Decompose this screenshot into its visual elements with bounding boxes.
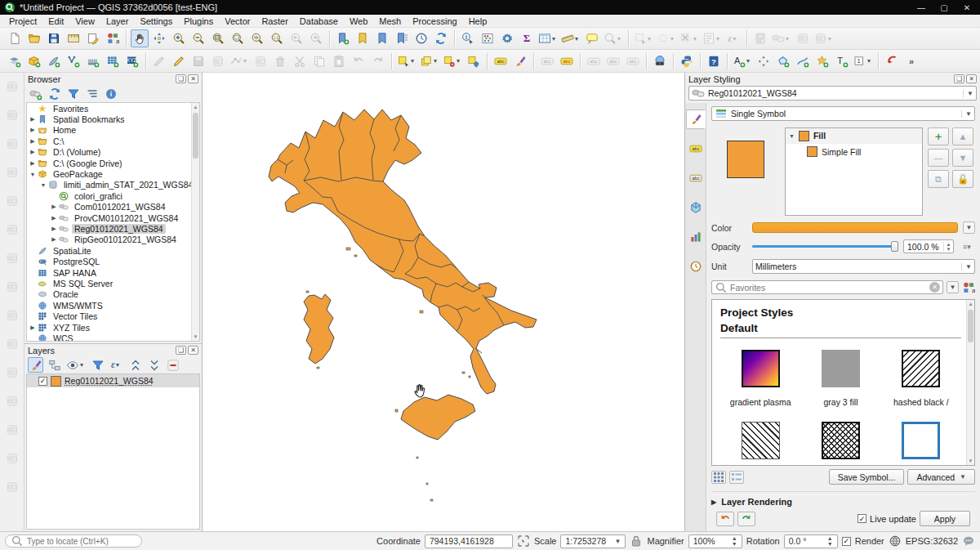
layer-rendering-section[interactable]: ▶ Layer Rendering: [711, 491, 975, 507]
zoom-to-selection-icon[interactable]: [229, 29, 247, 47]
browser-item-wms-wmts[interactable]: WMS/WMTS: [27, 300, 199, 311]
browser-item-spatial-bookmarks[interactable]: ▶Spatial Bookmarks: [27, 114, 199, 124]
browser-item-provcm01012021-wgs84[interactable]: ▶ProvCM01012021_WGS84: [27, 212, 199, 223]
maximize-icon[interactable]: ▢: [933, 0, 956, 15]
open-styling-panel-icon[interactable]: [28, 357, 43, 373]
add-wms-icon[interactable]: [104, 52, 122, 70]
text2-annotation-icon[interactable]: T: [833, 52, 851, 70]
zoom-native-icon[interactable]: 1:1: [268, 29, 286, 47]
new-spatial-bookmark-icon[interactable]: [334, 29, 352, 47]
advanced-button[interactable]: Advanced▼: [907, 469, 975, 485]
browser-item-oracle[interactable]: Oracle: [27, 289, 199, 300]
python-console-icon[interactable]: [678, 52, 696, 70]
zoom-full-icon[interactable]: [209, 29, 227, 47]
expander-icon[interactable]: ▶: [29, 127, 37, 133]
filter-browser-icon[interactable]: [65, 86, 81, 101]
remove-symbol-layer-button[interactable]: —: [928, 149, 949, 167]
close-panel-icon[interactable]: ✕: [188, 74, 198, 83]
overflow-icon[interactable]: »: [902, 52, 920, 70]
style-swatch-gray-3-fill[interactable]: gray 3 fill: [800, 350, 880, 407]
styles-scrollbar[interactable]: ▲▼: [966, 300, 974, 465]
menu-settings[interactable]: Settings: [134, 16, 178, 27]
menu-layer[interactable]: Layer: [100, 16, 135, 27]
new-bookmark-icon[interactable]: [373, 29, 391, 47]
browser-item-limiti-admin-stat-2021-wgs84-gpkg[interactable]: ▼limiti_admin_STAT_2021_WGS84.gpkg: [27, 180, 199, 190]
minimize-icon[interactable]: —: [910, 0, 933, 15]
menu-plugins[interactable]: Plugins: [178, 16, 219, 27]
add-xyz-icon[interactable]: XYZ: [123, 52, 141, 70]
close-panel-icon[interactable]: ✕: [188, 346, 198, 355]
menu-raster[interactable]: Raster: [256, 16, 293, 27]
expander-icon[interactable]: ▶: [29, 149, 37, 155]
save-symbol-button[interactable]: Save Symbol...: [829, 469, 905, 485]
close-icon[interactable]: ✕: [956, 0, 978, 15]
opacity-spinbox[interactable]: 100.0 %▲▼: [903, 239, 954, 253]
expander-icon[interactable]: ▼: [39, 182, 47, 188]
crs-value[interactable]: EPSG:32632: [906, 536, 958, 546]
search-dropdown-icon[interactable]: ▼: [947, 281, 959, 293]
browser-item-c-google-drive[interactable]: ▶C:\ (Google Drive): [27, 158, 199, 168]
browser-item-colori-grafici[interactable]: colori_grafici: [27, 190, 199, 201]
move-up-button[interactable]: ▲: [952, 127, 973, 145]
browser-item-postgresql[interactable]: PostgreSQL: [27, 256, 199, 266]
float-panel-icon[interactable]: ❏: [954, 74, 964, 83]
statistical-summary-icon[interactable]: [479, 29, 497, 47]
select-annotation-icon[interactable]: ▾: [396, 52, 417, 70]
move-down-button[interactable]: ▼: [952, 149, 973, 167]
menu-vector[interactable]: Vector: [219, 16, 256, 27]
menu-project[interactable]: Project: [3, 16, 42, 27]
data-source-manager-icon[interactable]: [6, 52, 24, 70]
processing-toolbox-icon[interactable]: [498, 29, 516, 47]
menu-processing[interactable]: Processing: [407, 16, 462, 27]
layer-item-reg01012021_wgs84[interactable]: ✓Reg01012021_WGS84: [27, 374, 199, 387]
zoom-in-icon[interactable]: [170, 29, 188, 47]
browser-item-d-volume[interactable]: ▶D:\ (Volume): [27, 147, 199, 158]
list-view-icon[interactable]: [729, 471, 744, 484]
remove-layer-icon[interactable]: [165, 357, 180, 373]
attributes-table-icon[interactable]: ▾: [537, 29, 559, 47]
refresh-browser-icon[interactable]: [47, 86, 62, 101]
style-swatch-outline-blue[interactable]: outline blue: [881, 422, 961, 466]
render-checkbox[interactable]: ✓: [842, 537, 851, 546]
refresh-map-icon[interactable]: [432, 29, 450, 47]
styling-layer-combo[interactable]: Reg01012021_WGS84 ▼: [688, 86, 977, 101]
temporal-controller-icon[interactable]: [412, 29, 430, 47]
extent-icon[interactable]: [517, 534, 530, 548]
symbol-tree-row-simple-fill[interactable]: Simple Fill: [786, 144, 922, 159]
expander-icon[interactable]: ▶: [29, 116, 37, 123]
color-button[interactable]: [752, 222, 958, 233]
add-postgis-icon[interactable]: [65, 52, 82, 70]
browser-item-vector-tiles[interactable]: Vector Tiles: [27, 311, 199, 321]
float-panel-icon[interactable]: ❏: [176, 74, 186, 83]
annotation-layers-icon[interactable]: ▾: [419, 52, 440, 70]
browser-item-sap-hana[interactable]: SAP HANA: [27, 267, 199, 278]
symbol-tree-row-fill[interactable]: ▼ Fill: [786, 128, 922, 144]
browser-item-home[interactable]: ▶Home: [27, 125, 199, 136]
icon-view-icon[interactable]: [711, 471, 726, 484]
move-annotation-icon[interactable]: [755, 52, 773, 70]
opacity-slider[interactable]: [752, 240, 898, 253]
redo-style-icon[interactable]: [737, 512, 755, 526]
form-annotation-icon[interactable]: 1▾: [853, 52, 874, 70]
expander-icon[interactable]: ▶: [50, 236, 58, 243]
undo-style-icon[interactable]: [716, 512, 734, 526]
line-annotation-icon[interactable]: [794, 52, 812, 70]
project-open-icon[interactable]: [25, 29, 43, 47]
add-spatialite-icon[interactable]: [45, 52, 63, 70]
bookmark-manager-icon[interactable]: [393, 29, 411, 47]
style-swatch-hashed-black[interactable]: hashed black /: [881, 350, 961, 407]
expander-icon[interactable]: ▶: [50, 226, 58, 232]
metasearch-icon[interactable]: [651, 52, 669, 70]
expander-icon[interactable]: ▼: [29, 172, 37, 177]
show-spatial-bookmarks-icon[interactable]: [354, 29, 372, 47]
menu-view[interactable]: View: [69, 16, 100, 27]
close-panel-icon[interactable]: ✕: [966, 74, 977, 83]
browser-item-c[interactable]: ▶C:\: [27, 136, 199, 146]
apply-button[interactable]: Apply: [920, 511, 970, 526]
scale-combo[interactable]: 1:7253278▼: [560, 534, 626, 548]
copy-annotation-icon[interactable]: ▾: [442, 52, 463, 70]
locator-input[interactable]: [27, 537, 136, 546]
messages-icon[interactable]: [962, 534, 975, 548]
browser-scrollbar[interactable]: ▲▼: [191, 103, 199, 341]
highlight-labels-icon[interactable]: abc: [558, 52, 576, 70]
